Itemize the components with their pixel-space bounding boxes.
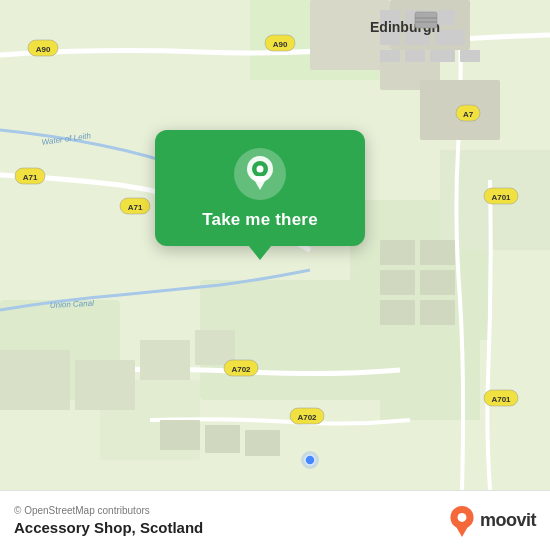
svg-rect-20 — [405, 50, 425, 62]
place-name: Accessory Shop, Scotland — [14, 519, 203, 536]
svg-text:A7: A7 — [463, 110, 474, 119]
svg-point-67 — [458, 513, 467, 522]
svg-text:A90: A90 — [36, 45, 51, 54]
svg-rect-29 — [245, 430, 280, 456]
svg-rect-23 — [0, 350, 70, 410]
svg-rect-19 — [380, 50, 400, 62]
svg-rect-35 — [420, 300, 455, 325]
svg-rect-31 — [420, 240, 455, 265]
svg-rect-24 — [75, 360, 135, 410]
svg-rect-21 — [430, 50, 455, 62]
take-me-there-button[interactable]: Take me there — [202, 210, 318, 230]
moovit-logo: moovit — [448, 505, 536, 537]
moovit-pin-icon — [448, 505, 476, 537]
svg-rect-55 — [415, 12, 437, 28]
map-container: A90 A90 A7 A701 A701 A71 A71 A702 A702 E… — [0, 0, 550, 490]
svg-text:A71: A71 — [128, 203, 143, 212]
svg-text:A90: A90 — [273, 40, 288, 49]
popup-card[interactable]: Take me there — [155, 130, 365, 246]
place-region-text: Scotland — [140, 519, 203, 536]
svg-text:A702: A702 — [297, 413, 317, 422]
svg-rect-34 — [380, 300, 415, 325]
location-pin-icon — [245, 156, 275, 192]
svg-text:A702: A702 — [231, 365, 251, 374]
svg-rect-22 — [460, 50, 480, 62]
location-icon-container — [234, 148, 286, 200]
svg-text:A701: A701 — [491, 395, 511, 404]
svg-rect-26 — [195, 330, 235, 365]
bottom-bar: © OpenStreetMap contributors Accessory S… — [0, 490, 550, 550]
svg-rect-32 — [380, 270, 415, 295]
svg-point-61 — [301, 451, 319, 469]
osm-attribution: © OpenStreetMap contributors — [14, 505, 203, 516]
svg-rect-25 — [140, 340, 190, 380]
svg-marker-68 — [455, 524, 469, 536]
place-name-text: Accessory Shop, — [14, 519, 136, 536]
bottom-left-info: © OpenStreetMap contributors Accessory S… — [14, 505, 203, 536]
svg-rect-28 — [205, 425, 240, 453]
svg-marker-64 — [252, 176, 268, 190]
svg-rect-27 — [160, 420, 200, 450]
svg-text:A71: A71 — [23, 173, 38, 182]
svg-text:A701: A701 — [491, 193, 511, 202]
moovit-text: moovit — [480, 510, 536, 531]
svg-point-65 — [257, 166, 264, 173]
svg-rect-33 — [420, 270, 455, 295]
svg-rect-30 — [380, 240, 415, 265]
svg-rect-8 — [310, 0, 390, 70]
